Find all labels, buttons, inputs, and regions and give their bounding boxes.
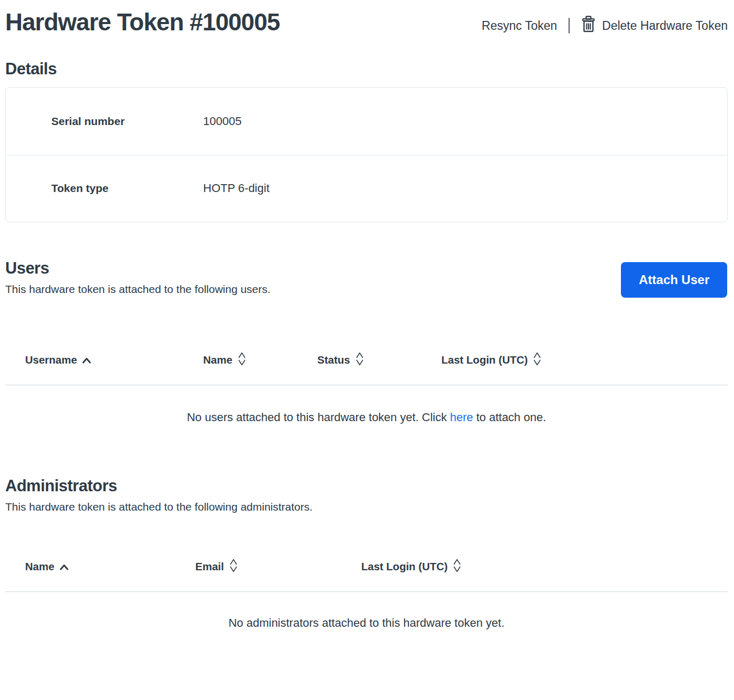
attach-user-button[interactable]: Attach User — [621, 262, 727, 298]
admins-column-last-login[interactable]: Last Login (UTC) — [361, 558, 728, 575]
sort-both-icon — [238, 352, 246, 369]
hardware-token-detail-page: Hardware Token #100005 Resync Token Dele… — [0, 0, 734, 630]
serial-number-label: Serial number — [51, 115, 203, 128]
sort-both-icon — [229, 558, 238, 575]
resync-token-link[interactable]: Resync Token — [482, 19, 557, 33]
users-empty-text-before: No users attached to this hardware token… — [187, 411, 450, 424]
sort-both-icon — [355, 352, 364, 369]
delete-hardware-token-button[interactable]: Delete Hardware Token — [581, 16, 728, 36]
users-table-header: Username Name Status — [5, 352, 728, 369]
sort-ascending-icon — [60, 560, 69, 573]
users-empty-state: No users attached to this hardware token… — [5, 411, 728, 424]
users-column-status[interactable]: Status — [317, 352, 441, 369]
header-actions: Resync Token Delete Hardware Token — [482, 16, 728, 36]
sort-ascending-icon — [82, 354, 91, 366]
details-panel: Serial number 100005 Token type HOTP 6-d… — [5, 87, 728, 222]
users-table-divider — [5, 385, 728, 386]
users-column-name[interactable]: Name — [203, 352, 317, 369]
admins-column-name[interactable]: Name — [25, 558, 195, 575]
serial-number-value: 100005 — [203, 115, 241, 128]
admins-column-email[interactable]: Email — [195, 558, 361, 575]
header-actions-divider — [569, 18, 570, 33]
attach-here-link[interactable]: here — [450, 411, 473, 424]
users-heading: Users — [5, 259, 271, 278]
token-type-label: Token type — [51, 182, 203, 195]
administrators-empty-state: No administrators attached to this hardw… — [5, 616, 728, 630]
users-column-last-login[interactable]: Last Login (UTC) — [441, 352, 728, 369]
page-header: Hardware Token #100005 Resync Token Dele… — [5, 7, 728, 38]
administrators-heading: Administrators — [5, 477, 728, 495]
users-section-header: Users This hardware token is attached to… — [5, 259, 728, 298]
users-subtitle: This hardware token is attached to the f… — [5, 283, 271, 296]
users-heading-group: Users This hardware token is attached to… — [5, 259, 271, 296]
trash-icon — [581, 16, 596, 36]
users-column-username[interactable]: Username — [25, 352, 203, 369]
details-heading: Details — [5, 60, 728, 78]
delete-hardware-token-label: Delete Hardware Token — [602, 19, 728, 33]
administrators-table-divider — [5, 591, 728, 592]
page-title: Hardware Token #100005 — [5, 7, 280, 38]
sort-both-icon — [533, 352, 541, 369]
administrators-subtitle: This hardware token is attached to the f… — [5, 501, 728, 513]
token-type-value: HOTP 6-digit — [203, 182, 270, 195]
users-empty-text-after: to attach one. — [473, 411, 546, 424]
administrators-table-header: Name Email Last Login (UTC) — [5, 558, 728, 575]
sort-both-icon — [453, 558, 461, 575]
details-row-token-type: Token type HOTP 6-digit — [6, 155, 727, 222]
details-row-serial-number: Serial number 100005 — [6, 88, 727, 155]
